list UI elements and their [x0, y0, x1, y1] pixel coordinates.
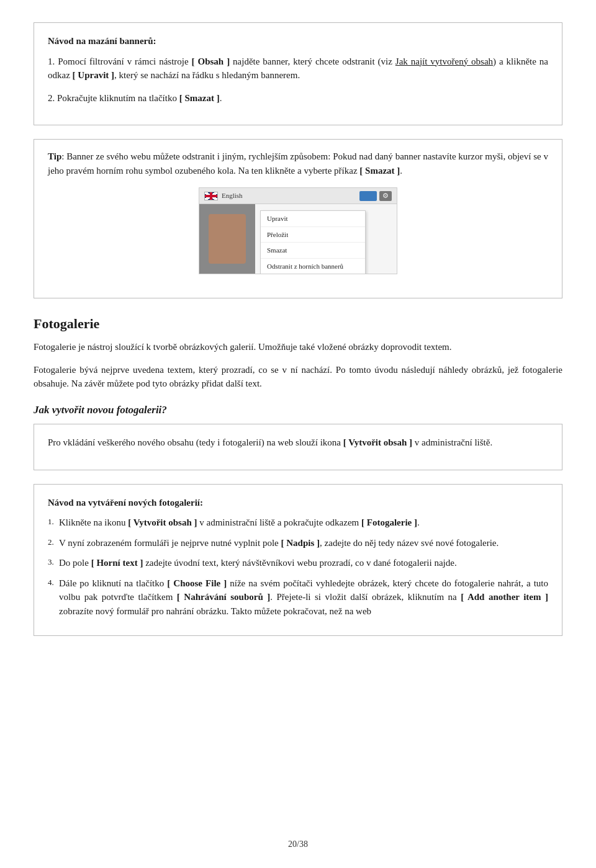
item1-link: Jak najít vytvořený obsah: [395, 56, 493, 66]
item2-prefix: 2. Pokračujte kliknutím na tlačítko: [48, 93, 179, 103]
ss-menu-prelozit: Přeložit: [261, 227, 365, 243]
ss-flag: [204, 192, 218, 200]
ss-lang-label: English: [222, 190, 243, 201]
navod-item4-bold1: [ Choose File ]: [167, 578, 227, 588]
navod-item2-pre: V nyní zobrazeném formuláři je nejprve n…: [59, 538, 281, 548]
section-mazani-banneru: Návod na mazání bannerů: 1. Pomocí filtr…: [34, 22, 562, 125]
navod-item-1: 1. Klikněte na ikonu [ Vytvořit obsah ] …: [48, 516, 548, 530]
ss-menu-smazat: Smazat: [261, 243, 365, 259]
tip-smazat: [ Smazat ]: [359, 166, 400, 176]
page: Návod na mazání bannerů: 1. Pomocí filtr…: [0, 0, 596, 868]
ss-menu-odstranit: Odstranit z horních bannerů: [261, 259, 365, 275]
screenshot-inner: English ⚙ Up: [199, 188, 397, 274]
navod-item-4: 4. Dále po kliknutí na tlačítko [ Choose…: [48, 576, 548, 619]
navod-item2-num: 2.: [48, 536, 54, 548]
tip-box: Tip: Banner ze svého webu můžete odstran…: [34, 139, 562, 298]
tip-label: Tip: [48, 151, 61, 161]
navod-item1-num: 1.: [48, 516, 54, 528]
ss-person-image: [209, 214, 246, 264]
item2-smazat: [ Smazat ]: [179, 93, 220, 103]
item1-end: , který se nachází na řádku s hledaným b…: [114, 70, 300, 80]
item1-obsah: [ Obsah ]: [192, 56, 230, 66]
navod-item4-bold3: [ Add another item ]: [461, 592, 548, 602]
tip-text: Tip: Banner ze svého webu můžete odstran…: [48, 150, 548, 177]
page-number: 20/38: [288, 839, 308, 849]
jak-vytvorit-pre: Pro vkládání veškerého nového obsahu (te…: [48, 437, 343, 447]
navod-list: 1. Klikněte na ikonu [ Vytvořit obsah ] …: [48, 516, 548, 618]
ss-content-area: Upravit Přeložit Smazat Odstranit z horn…: [199, 204, 397, 274]
ss-gear-icon: ⚙: [379, 191, 392, 201]
navod-item2-mid: , zadejte do něj tedy název své nové fot…: [320, 538, 499, 548]
navod-fotogalerie-heading: Návod na vytváření nových fotogalerií:: [48, 496, 548, 510]
ss-right-panel: Upravit Přeložit Smazat Odstranit z horn…: [255, 204, 397, 274]
jak-vytvorit-bold: [ Vytvořit obsah ]: [343, 437, 412, 447]
fotogalerie-p2: Fotogalerie bývá nejprve uvedena textem,…: [34, 363, 562, 391]
navod-item1-bold2: [ Fotogalerie ]: [361, 517, 417, 527]
fotogalerie-heading: Fotogalerie: [34, 313, 562, 334]
tip-end: .: [400, 166, 402, 176]
screenshot-container: English ⚙ Up: [48, 187, 548, 274]
jak-vytvorit-p1: Pro vkládání veškerého nového obsahu (te…: [48, 436, 548, 450]
section-mazani-item1: 1. Pomocí filtrování v rámci nástroje [ …: [48, 55, 548, 83]
navod-item-2: 2. V nyní zobrazeném formuláři je nejprv…: [48, 536, 548, 550]
navod-item4-bold2: [ Nahrávání souborů ]: [177, 592, 270, 602]
navod-item-3: 3. Do pole [ Horní text ] zadejte úvodní…: [48, 556, 548, 570]
navod-item3-pre: Do pole: [59, 558, 91, 568]
tip-colon: : Banner ze svého webu můžete odstranit …: [48, 151, 548, 176]
jak-vytvorit-heading: Jak vytvořit novou fotogalerii?: [34, 402, 562, 418]
jak-vytvorit-end: v administrační liště.: [412, 437, 492, 447]
navod-item3-mid: zadejte úvodní text, který návštěvníkovi…: [143, 558, 456, 568]
item2-end: .: [220, 93, 222, 103]
ss-top-bar: English ⚙: [199, 188, 397, 204]
jak-vytvorit-box: Pro vkládání veškerého nového obsahu (te…: [34, 424, 562, 470]
section-mazani-heading: Návod na mazání bannerů:: [48, 34, 548, 48]
navod-item2-bold1: [ Nadpis ]: [281, 538, 320, 548]
ss-menu-upravit: Upravit: [261, 211, 365, 227]
page-footer: 20/38: [0, 838, 596, 851]
navod-fotogalerie-box: Návod na vytváření nových fotogalerií: 1…: [34, 484, 562, 637]
navod-item4-mid2: . Přejete-li si vložit další obrázek, kl…: [270, 592, 461, 602]
fotogalerie-p1: Fotogalerie je nástroj sloužící k tvorbě…: [34, 340, 562, 354]
navod-item3-num: 3.: [48, 556, 54, 568]
navod-item4-num: 4.: [48, 576, 54, 589]
item1-upravit: [ Upravit ]: [73, 70, 115, 80]
navod-item1-mid: v administrační liště a pokračujte odkaz…: [197, 517, 362, 527]
item1-prefix: 1. Pomocí filtrování v rámci nástroje: [48, 56, 192, 66]
ss-controls: ⚙: [359, 191, 392, 201]
navod-item1-bold1: [ Vytvořit obsah ]: [128, 517, 197, 527]
navod-item1-pre: Klikněte na ikonu: [59, 517, 128, 527]
ss-left-panel: [199, 204, 255, 274]
item1-mid: najděte banner, který chcete odstranit (…: [230, 56, 395, 66]
navod-item1-end: .: [417, 517, 420, 527]
screenshot: English ⚙ Up: [199, 187, 397, 274]
ss-context-menu: Upravit Přeložit Smazat Odstranit z horn…: [260, 210, 366, 274]
section-mazani-item2: 2. Pokračujte kliknutím na tlačítko [ Sm…: [48, 91, 548, 105]
navod-item4-end: zobrazíte nový formulář pro nahrání obrá…: [59, 606, 371, 616]
ss-button1: [359, 191, 377, 201]
navod-item4-pre: Dále po kliknutí na tlačítko: [59, 578, 167, 588]
navod-item3-bold1: [ Horní text ]: [91, 558, 143, 568]
